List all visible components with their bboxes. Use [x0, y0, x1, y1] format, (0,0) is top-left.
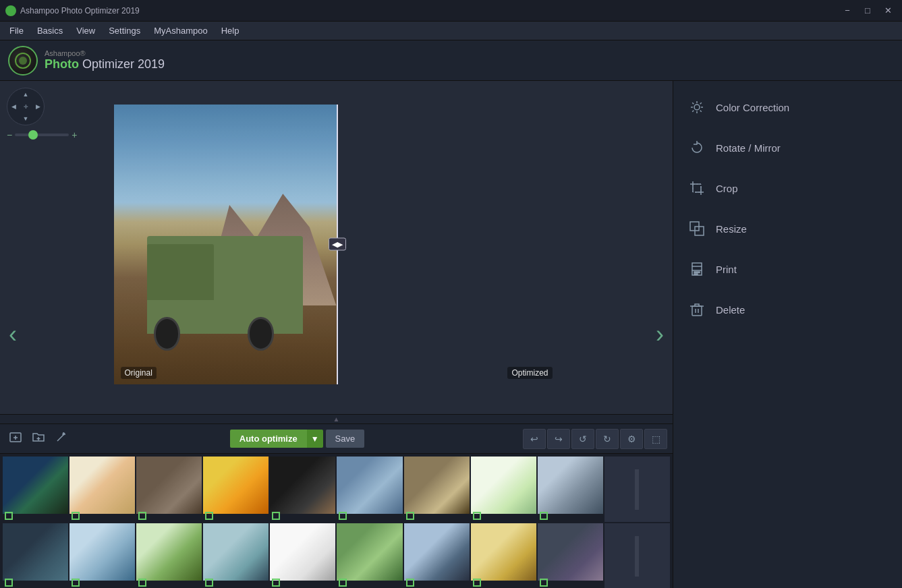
window-controls: − □ ✕	[839, 4, 897, 18]
thumb-checkbox-15[interactable]	[272, 579, 280, 587]
zoom-out-button[interactable]: −	[7, 129, 12, 140]
undo-step-button[interactable]: ↪	[547, 429, 570, 449]
logo-icon	[8, 46, 38, 76]
sidebar-item-print[interactable]: Print	[673, 249, 902, 289]
thumbnail-12[interactable]	[69, 523, 135, 588]
thumb-checkbox-3[interactable]	[138, 512, 146, 520]
thumbnail-9[interactable]	[538, 457, 603, 522]
maximize-button[interactable]: □	[859, 4, 876, 18]
save-button[interactable]: Save	[326, 430, 365, 448]
sidebar-label-print: Print	[716, 264, 737, 275]
thumbnail-8[interactable]	[471, 457, 536, 522]
auto-optimize-dropdown[interactable]: ▼	[307, 430, 323, 448]
panel-toggle[interactable]	[0, 414, 673, 423]
thumbnail-3[interactable]	[136, 457, 202, 522]
settings-button[interactable]: ⚙	[620, 429, 643, 449]
menu-file[interactable]: File	[3, 22, 30, 40]
thumbnail-area	[0, 453, 673, 588]
thumb-checkbox-9[interactable]	[540, 512, 548, 520]
thumbnail-4[interactable]	[203, 457, 269, 522]
thumbnail-grid	[0, 454, 673, 588]
thumb-checkbox-16[interactable]	[339, 579, 347, 587]
thumbnail-15[interactable]	[270, 523, 335, 588]
pan-control[interactable]: ▲ ◀✛▶ ▼	[7, 88, 45, 125]
thumbnail-6[interactable]	[337, 457, 402, 522]
thumb-checkbox-2[interactable]	[72, 512, 80, 520]
thumbnail-14[interactable]	[203, 523, 269, 588]
logo-text: Ashampoo® Photo Optimizer 2019	[45, 49, 165, 71]
add-folder-button[interactable]	[28, 428, 49, 449]
minimize-button[interactable]: −	[839, 4, 856, 18]
thumb-checkbox-1[interactable]	[5, 512, 13, 520]
thumbnail-2[interactable]	[69, 457, 135, 522]
auto-optimize-button[interactable]: Auto optimize	[230, 430, 307, 448]
logo-product: Photo Optimizer 2019	[45, 57, 165, 71]
main-area: ▲ ◀✛▶ ▼ − + ‹	[0, 81, 902, 588]
thumb-checkbox-13[interactable]	[138, 579, 146, 587]
crop-icon	[687, 179, 706, 198]
thumb-checkbox-14[interactable]	[205, 579, 213, 587]
menu-settings[interactable]: Settings	[102, 22, 147, 40]
thumbnail-17[interactable]	[404, 523, 470, 588]
sidebar-item-rotate-mirror[interactable]: Rotate / Mirror	[673, 128, 902, 167]
optimize-group: Auto optimize ▼ Save	[230, 430, 364, 448]
menu-view[interactable]: View	[69, 22, 102, 40]
thumbnail-16[interactable]	[337, 523, 402, 588]
thumb-checkbox-7[interactable]	[406, 512, 414, 520]
thumbnail-13[interactable]	[136, 523, 202, 588]
sidebar-item-color-correction[interactable]: Color Correction	[673, 88, 902, 127]
thumbnail-11[interactable]	[3, 523, 68, 588]
bottom-left-buttons	[5, 428, 72, 449]
thumb-checkbox-6[interactable]	[339, 512, 347, 520]
sidebar-item-crop[interactable]: Crop	[673, 169, 902, 208]
zoom-bar: − +	[7, 129, 77, 140]
thumbnail-18[interactable]	[471, 523, 536, 588]
sidebar-label-rotate-mirror: Rotate / Mirror	[716, 142, 781, 154]
thumb-checkbox-18[interactable]	[473, 579, 481, 587]
thumbnail-10[interactable]	[604, 457, 670, 522]
thumb-checkbox-11[interactable]	[5, 579, 13, 587]
split-divider[interactable]: ◀▶	[337, 105, 338, 384]
logo-bar: Ashampoo® Photo Optimizer 2019	[0, 40, 902, 81]
sidebar-label-color-correction: Color Correction	[716, 102, 789, 113]
zoom-in-button[interactable]: +	[72, 129, 77, 140]
thumbnail-20[interactable]	[604, 523, 670, 588]
rotate-icon	[687, 138, 706, 157]
undo-button[interactable]: ↩	[523, 429, 546, 449]
thumb-checkbox-4[interactable]	[205, 512, 213, 520]
thumb-checkbox-12[interactable]	[72, 579, 80, 587]
thumbnail-1[interactable]	[3, 457, 68, 522]
rotate-ccw-button[interactable]: ↺	[571, 429, 594, 449]
next-image-button[interactable]: ›	[650, 320, 669, 349]
thumb-checkbox-8[interactable]	[473, 512, 481, 520]
thumbnail-5[interactable]	[270, 457, 335, 522]
svg-rect-31	[694, 272, 700, 273]
thumbnail-19[interactable]	[538, 523, 603, 588]
select-button[interactable]: ⬚	[644, 429, 667, 449]
trash-icon	[687, 300, 706, 319]
thumb-checkbox-17[interactable]	[406, 579, 414, 587]
sidebar-label-crop: Crop	[716, 183, 738, 194]
viewer-bottom-toolbar: Auto optimize ▼ Save ↩ ↪ ↺ ↻ ⚙ ⬚	[0, 423, 673, 453]
rotate-cw-button[interactable]: ↻	[596, 429, 619, 449]
ashampoo-logo-svg	[13, 51, 32, 70]
close-button[interactable]: ✕	[879, 4, 897, 18]
print-icon	[687, 260, 706, 278]
split-arrows[interactable]: ◀▶	[329, 238, 346, 251]
menu-basics[interactable]: Basics	[30, 22, 69, 40]
svg-line-21	[700, 102, 702, 104]
sun-icon	[687, 98, 706, 117]
menu-myashampoo[interactable]: MyAshampoo	[147, 22, 214, 40]
add-image-button[interactable]	[5, 428, 26, 449]
thumbnail-7[interactable]	[404, 457, 470, 522]
wand-button[interactable]	[51, 428, 72, 449]
svg-line-9	[57, 435, 63, 441]
thumb-checkbox-5[interactable]	[272, 512, 280, 520]
sidebar-item-delete[interactable]: Delete	[673, 290, 902, 329]
thumb-checkbox-19[interactable]	[540, 579, 548, 587]
zoom-slider[interactable]	[15, 134, 69, 136]
sidebar-item-resize[interactable]: Resize	[673, 209, 902, 248]
svg-rect-33	[692, 306, 702, 316]
menu-help[interactable]: Help	[215, 22, 246, 40]
prev-image-button[interactable]: ‹	[3, 320, 22, 349]
